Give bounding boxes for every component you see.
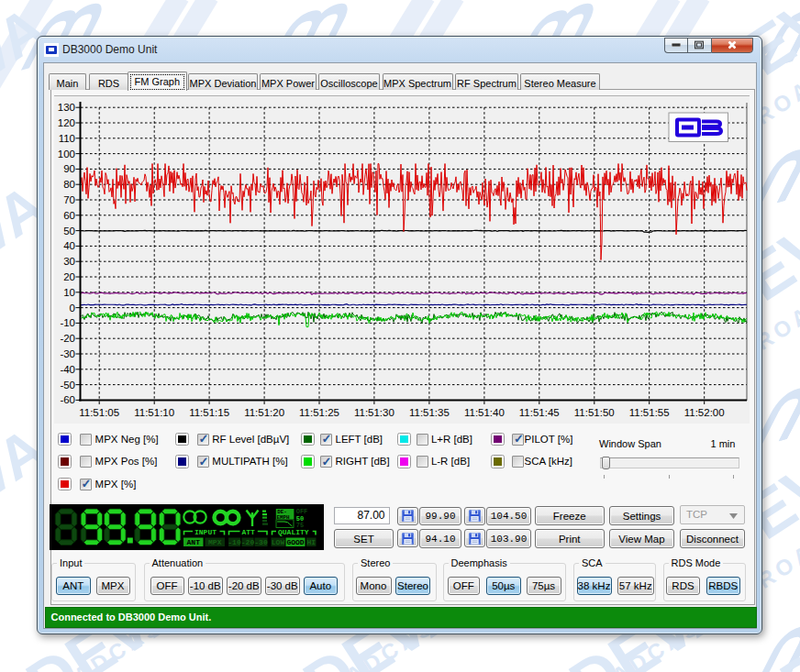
svg-text:11:51:15: 11:51:15	[189, 407, 229, 418]
svg-text:11:51:05: 11:51:05	[79, 407, 119, 418]
svg-text:-10: -10	[60, 317, 75, 328]
svg-text:110: 110	[59, 133, 75, 144]
svg-text:11:51:20: 11:51:20	[244, 407, 284, 418]
svg-text:11:51:30: 11:51:30	[354, 407, 394, 418]
svg-text:-40: -40	[60, 364, 75, 375]
svg-text:80: 80	[63, 179, 75, 190]
svg-text:90: 90	[63, 163, 75, 174]
svg-text:OFF: OFF	[296, 508, 308, 515]
svg-text:11:51:35: 11:51:35	[409, 407, 450, 418]
svg-text:-30: -30	[60, 348, 75, 359]
svg-text:-10: -10	[228, 538, 241, 546]
svg-text:10: 10	[63, 287, 75, 298]
svg-text:ANT: ANT	[187, 538, 201, 546]
svg-text:-20: -20	[60, 333, 75, 344]
svg-text:ATT: ATT	[242, 528, 256, 536]
svg-text:11:51:55: 11:51:55	[629, 407, 670, 418]
svg-text:-60: -60	[60, 394, 75, 405]
svg-text:-20: -20	[241, 538, 255, 546]
svg-text:GOOD: GOOD	[286, 538, 304, 546]
svg-text:LOW: LOW	[272, 538, 285, 546]
svg-text:70: 70	[63, 194, 75, 205]
svg-text:100: 100	[58, 149, 75, 160]
svg-text:60: 60	[63, 210, 75, 221]
svg-text:20: 20	[63, 271, 75, 282]
svg-text:MPX: MPX	[208, 538, 222, 546]
svg-text:11:51:45: 11:51:45	[519, 407, 560, 418]
svg-text:11:51:10: 11:51:10	[134, 407, 174, 418]
svg-text:11:52:00: 11:52:00	[684, 407, 725, 418]
svg-text:INPUT: INPUT	[194, 528, 217, 536]
svg-text:50: 50	[63, 226, 75, 237]
svg-text:0: 0	[70, 303, 75, 314]
svg-text:11:51:50: 11:51:50	[574, 407, 615, 418]
svg-text:-50: -50	[60, 380, 75, 391]
svg-text:40: 40	[63, 240, 75, 251]
svg-text:120: 120	[58, 117, 75, 128]
svg-text:-30: -30	[254, 538, 268, 546]
svg-text:130: 130	[58, 102, 75, 113]
svg-text:11:51:25: 11:51:25	[299, 407, 339, 418]
svg-text:30: 30	[63, 256, 75, 267]
svg-text:HI: HI	[306, 538, 316, 546]
svg-text:11:51:40: 11:51:40	[464, 407, 505, 418]
svg-text:QUALITY: QUALITY	[278, 528, 309, 536]
